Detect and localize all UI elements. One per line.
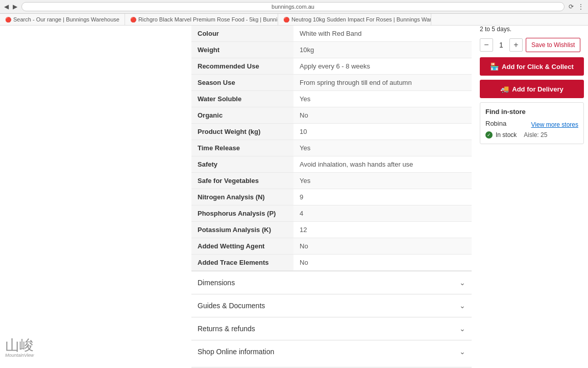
table-row: Product Weight (kg) 10 — [191, 124, 472, 140]
spec-value: From spring through till end of autumn — [293, 75, 472, 91]
click-collect-icon: 🏪 — [490, 62, 499, 71]
table-row: Organic No — [191, 107, 472, 124]
browser-chrome: ◀ ▶ bunnings.com.au ⟳ ⋮ — [0, 0, 588, 14]
spec-label: Recommended Use — [191, 58, 293, 75]
accordion-label-2: Returns & refunds — [198, 325, 255, 333]
tab-neutrog[interactable]: 🔴 Neutrog 10kg Sudden Impact For Roses |… — [278, 14, 431, 25]
spec-value: 10kg — [293, 42, 472, 58]
accordion-label-0: Dimensions — [198, 279, 235, 287]
spec-label: Water Soluble — [191, 91, 293, 107]
spec-label: Safety — [191, 156, 293, 173]
chevron-down-icon: ⌄ — [459, 302, 465, 310]
table-row: Potassium Analysis (K) 12 — [191, 222, 472, 238]
delivery-icon: 🚚 — [500, 85, 509, 93]
tab-richgro[interactable]: 🔴 Richgro Black Marvel Premium Rose Food… — [125, 14, 278, 25]
table-row: Safety Avoid inhalation, wash hands afte… — [191, 156, 472, 173]
spec-value: No — [293, 107, 472, 124]
spec-label: Colour — [191, 26, 293, 42]
table-row: Weight 10kg — [191, 42, 472, 58]
specs-table: Colour White with Red Band Weight 10kg R… — [191, 26, 472, 271]
spec-label: Phosphorus Analysis (P) — [191, 205, 293, 222]
spec-value: 12 — [293, 222, 472, 238]
table-row: Added Wetting Agent No — [191, 238, 472, 255]
table-row: Colour White with Red Band — [191, 26, 472, 42]
accordion-header-3[interactable]: Shop Online information ⌄ — [191, 340, 472, 363]
spec-value: 4 — [293, 205, 472, 222]
in-stock-row: ✓ In stock Aisle: 25 — [485, 131, 578, 139]
table-row: Safe for Vegetables Yes — [191, 173, 472, 189]
delivery-button[interactable]: 🚚 Add for Delivery — [480, 80, 584, 98]
accordion-header-1[interactable]: Guides & Documents ⌄ — [191, 294, 472, 317]
spec-label: Potassium Analysis (K) — [191, 222, 293, 238]
spec-value: Yes — [293, 140, 472, 156]
store-name: Robina — [485, 120, 506, 127]
qty-value: 1 — [496, 41, 506, 49]
spec-value: Avoid inhalation, wash hands after use — [293, 156, 472, 173]
right-sidebar: 2 to 5 days. − 1 + Save to Wishlist 🏪 Ad… — [476, 26, 588, 368]
accordion-section-3: Shop Online information ⌄ — [191, 340, 472, 363]
spec-value: Yes — [293, 173, 472, 189]
table-row: Recommended Use Apply every 6 - 8 weeks — [191, 58, 472, 75]
spec-label: Product Weight (kg) — [191, 124, 293, 140]
view-more-stores-link[interactable]: View more stores — [531, 121, 578, 128]
tab-icon-search: 🔴 — [5, 17, 11, 22]
table-row: Season Use From spring through till end … — [191, 75, 472, 91]
tab-bar: 🔴 Search - Our range | Bunnings Warehous… — [0, 14, 588, 26]
accordion-section-1: Guides & Documents ⌄ — [191, 294, 472, 317]
table-row: Water Soluble Yes — [191, 91, 472, 107]
accordion-header-2[interactable]: Returns & refunds ⌄ — [191, 317, 472, 340]
click-collect-button[interactable]: 🏪 Add for Click & Collect — [480, 57, 584, 76]
tab-icon-richgro: 🔴 — [130, 17, 136, 22]
accordion-label-3: Shop Online information — [198, 348, 274, 356]
in-stock-text: In stock — [496, 131, 517, 139]
find-store-title: Find in-store — [485, 108, 578, 116]
spec-label: Nitrogen Analysis (N) — [191, 189, 293, 205]
in-stock-icon: ✓ — [485, 131, 493, 139]
spec-label: Added Wetting Agent — [191, 238, 293, 255]
accordion-header-0[interactable]: Dimensions ⌄ — [191, 271, 472, 294]
chevron-down-icon: ⌄ — [459, 348, 465, 356]
delivery-text: 2 to 5 days. — [480, 26, 584, 33]
chevron-down-icon: ⌄ — [459, 325, 465, 333]
spec-value: White with Red Band — [293, 26, 472, 42]
chevron-down-icon: ⌄ — [459, 279, 465, 287]
qty-wishlist-row: − 1 + Save to Wishlist — [480, 38, 584, 52]
spec-label: Added Trace Elements — [191, 255, 293, 271]
table-row: Time Release Yes — [191, 140, 472, 156]
spec-value: 10 — [293, 124, 472, 140]
spec-value: Apply every 6 - 8 weeks — [293, 58, 472, 75]
table-row: Phosphorus Analysis (P) 4 — [191, 205, 472, 222]
specs-section: Colour White with Red Band Weight 10kg R… — [0, 26, 476, 368]
table-row: Added Trace Elements No — [191, 255, 472, 271]
tab-icon-neutrog: 🔴 — [283, 17, 289, 22]
accordion-section-0: Dimensions ⌄ — [191, 271, 472, 294]
spec-value: 9 — [293, 189, 472, 205]
accordion-label-1: Guides & Documents — [198, 302, 265, 310]
aisle-text: Aisle: 25 — [524, 131, 547, 139]
table-row: Nitrogen Analysis (N) 9 — [191, 189, 472, 205]
wishlist-button[interactable]: Save to Wishlist — [526, 38, 580, 52]
accordion-section-2: Returns & refunds ⌄ — [191, 317, 472, 340]
qty-minus-button[interactable]: − — [480, 38, 493, 52]
find-store-section: Find in-store Robina View more stores ✓ … — [480, 102, 584, 144]
spec-value: No — [293, 238, 472, 255]
spec-label: Weight — [191, 42, 293, 58]
page-content: Colour White with Red Band Weight 10kg R… — [0, 26, 588, 368]
address-bar[interactable]: bunnings.com.au — [21, 2, 565, 11]
spec-label: Season Use — [191, 75, 293, 91]
spec-label: Time Release — [191, 140, 293, 156]
spec-value: No — [293, 255, 472, 271]
qty-plus-button[interactable]: + — [509, 38, 523, 52]
tab-search[interactable]: 🔴 Search - Our range | Bunnings Warehous… — [0, 14, 125, 25]
spec-label: Safe for Vegetables — [191, 173, 293, 189]
spec-label: Organic — [191, 107, 293, 124]
spec-value: Yes — [293, 91, 472, 107]
